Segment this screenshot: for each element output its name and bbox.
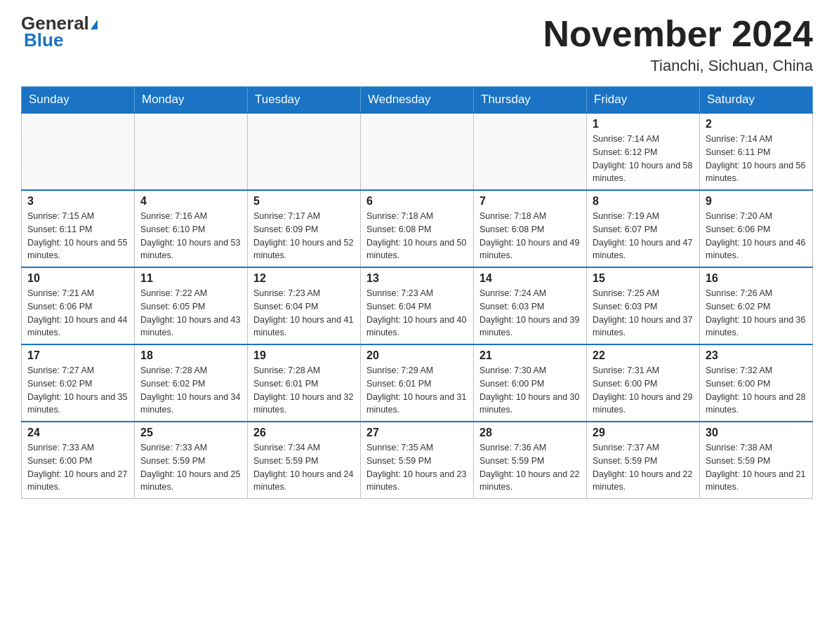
calendar-cell: 18Sunrise: 7:28 AMSunset: 6:02 PMDayligh… — [135, 344, 248, 422]
calendar-table: Sunday Monday Tuesday Wednesday Thursday… — [21, 86, 813, 499]
day-number: 18 — [140, 349, 241, 362]
calendar-cell: 24Sunrise: 7:33 AMSunset: 6:00 PMDayligh… — [22, 422, 135, 499]
calendar-cell: 19Sunrise: 7:28 AMSunset: 6:01 PMDayligh… — [248, 344, 361, 422]
day-number: 16 — [706, 272, 807, 285]
calendar-cell: 29Sunrise: 7:37 AMSunset: 5:59 PMDayligh… — [587, 422, 700, 499]
logo-line2: Blue — [21, 29, 63, 51]
week-row-4: 17Sunrise: 7:27 AMSunset: 6:02 PMDayligh… — [22, 344, 813, 422]
calendar-cell: 14Sunrise: 7:24 AMSunset: 6:03 PMDayligh… — [474, 267, 587, 344]
logo: General Blue — [21, 14, 98, 51]
day-info: Sunrise: 7:38 AMSunset: 5:59 PMDaylight:… — [706, 441, 807, 494]
day-number: 12 — [253, 272, 355, 285]
header-saturday: Saturday — [700, 87, 813, 114]
day-number: 28 — [479, 427, 581, 439]
day-number: 27 — [366, 427, 468, 439]
calendar-cell: 9Sunrise: 7:20 AMSunset: 6:06 PMDaylight… — [700, 190, 813, 267]
day-number: 19 — [253, 349, 355, 362]
day-info: Sunrise: 7:32 AMSunset: 6:00 PMDaylight:… — [706, 364, 807, 417]
day-number: 5 — [253, 195, 355, 208]
header-thursday: Thursday — [474, 87, 587, 114]
day-info: Sunrise: 7:33 AMSunset: 5:59 PMDaylight:… — [140, 441, 241, 494]
calendar-cell: 3Sunrise: 7:15 AMSunset: 6:11 PMDaylight… — [22, 190, 135, 267]
day-info: Sunrise: 7:33 AMSunset: 6:00 PMDaylight:… — [27, 441, 128, 494]
day-number: 14 — [479, 272, 581, 285]
day-number: 26 — [253, 427, 355, 439]
day-number: 29 — [593, 427, 694, 439]
calendar-cell: 12Sunrise: 7:23 AMSunset: 6:04 PMDayligh… — [248, 267, 361, 344]
day-info: Sunrise: 7:36 AMSunset: 5:59 PMDaylight:… — [479, 441, 581, 494]
calendar-cell: 16Sunrise: 7:26 AMSunset: 6:02 PMDayligh… — [700, 267, 813, 344]
day-number: 8 — [593, 195, 694, 208]
calendar-cell: 7Sunrise: 7:18 AMSunset: 6:08 PMDaylight… — [474, 190, 587, 267]
week-row-1: 1Sunrise: 7:14 AMSunset: 6:12 PMDaylight… — [22, 113, 813, 190]
calendar-cell: 15Sunrise: 7:25 AMSunset: 6:03 PMDayligh… — [587, 267, 700, 344]
header-monday: Monday — [135, 87, 248, 114]
calendar-cell — [248, 113, 361, 190]
calendar-cell: 22Sunrise: 7:31 AMSunset: 6:00 PMDayligh… — [587, 344, 700, 422]
day-info: Sunrise: 7:20 AMSunset: 6:06 PMDaylight:… — [706, 210, 807, 262]
day-number: 3 — [27, 195, 128, 208]
day-info: Sunrise: 7:26 AMSunset: 6:02 PMDaylight:… — [706, 287, 807, 340]
day-info: Sunrise: 7:16 AMSunset: 6:10 PMDaylight:… — [140, 210, 241, 262]
day-number: 23 — [706, 349, 807, 362]
day-info: Sunrise: 7:17 AMSunset: 6:09 PMDaylight:… — [253, 210, 355, 262]
calendar-cell — [22, 113, 135, 190]
day-number: 4 — [140, 195, 241, 208]
calendar-cell: 27Sunrise: 7:35 AMSunset: 5:59 PMDayligh… — [361, 422, 474, 499]
calendar-cell — [135, 113, 248, 190]
week-row-5: 24Sunrise: 7:33 AMSunset: 6:00 PMDayligh… — [22, 422, 813, 499]
calendar-cell: 13Sunrise: 7:23 AMSunset: 6:04 PMDayligh… — [361, 267, 474, 344]
day-info: Sunrise: 7:21 AMSunset: 6:06 PMDaylight:… — [27, 287, 128, 340]
header: General Blue November 2024 Tianchi, Sich… — [21, 14, 813, 75]
calendar-cell: 6Sunrise: 7:18 AMSunset: 6:08 PMDaylight… — [361, 190, 474, 267]
day-number: 24 — [27, 427, 128, 439]
day-info: Sunrise: 7:25 AMSunset: 6:03 PMDaylight:… — [593, 287, 694, 340]
day-number: 30 — [706, 427, 807, 439]
day-info: Sunrise: 7:31 AMSunset: 6:00 PMDaylight:… — [593, 364, 694, 417]
day-info: Sunrise: 7:34 AMSunset: 5:59 PMDaylight:… — [253, 441, 355, 494]
calendar-cell: 23Sunrise: 7:32 AMSunset: 6:00 PMDayligh… — [700, 344, 813, 422]
calendar-cell: 21Sunrise: 7:30 AMSunset: 6:00 PMDayligh… — [474, 344, 587, 422]
calendar-cell — [474, 113, 587, 190]
location: Tianchi, Sichuan, China — [543, 57, 813, 75]
day-number: 13 — [366, 272, 468, 285]
calendar-cell: 8Sunrise: 7:19 AMSunset: 6:07 PMDaylight… — [587, 190, 700, 267]
day-info: Sunrise: 7:28 AMSunset: 6:01 PMDaylight:… — [253, 364, 355, 417]
calendar-cell — [361, 113, 474, 190]
header-tuesday: Tuesday — [248, 87, 361, 114]
day-number: 17 — [27, 349, 128, 362]
day-number: 21 — [479, 349, 581, 362]
day-number: 6 — [366, 195, 468, 208]
calendar-cell: 10Sunrise: 7:21 AMSunset: 6:06 PMDayligh… — [22, 267, 135, 344]
day-info: Sunrise: 7:29 AMSunset: 6:01 PMDaylight:… — [366, 364, 468, 417]
calendar-cell: 25Sunrise: 7:33 AMSunset: 5:59 PMDayligh… — [135, 422, 248, 499]
header-wednesday: Wednesday — [361, 87, 474, 114]
header-sunday: Sunday — [22, 87, 135, 114]
day-number: 25 — [140, 427, 241, 439]
calendar-cell: 28Sunrise: 7:36 AMSunset: 5:59 PMDayligh… — [474, 422, 587, 499]
day-info: Sunrise: 7:14 AMSunset: 6:12 PMDaylight:… — [593, 133, 694, 185]
calendar-cell: 4Sunrise: 7:16 AMSunset: 6:10 PMDaylight… — [135, 190, 248, 267]
calendar-cell: 5Sunrise: 7:17 AMSunset: 6:09 PMDaylight… — [248, 190, 361, 267]
calendar-cell: 2Sunrise: 7:14 AMSunset: 6:11 PMDaylight… — [700, 113, 813, 190]
weekday-header-row: Sunday Monday Tuesday Wednesday Thursday… — [22, 87, 813, 114]
week-row-2: 3Sunrise: 7:15 AMSunset: 6:11 PMDaylight… — [22, 190, 813, 267]
day-info: Sunrise: 7:24 AMSunset: 6:03 PMDaylight:… — [479, 287, 581, 340]
month-title: November 2024 — [543, 14, 813, 54]
day-number: 2 — [706, 118, 807, 130]
calendar-cell: 30Sunrise: 7:38 AMSunset: 5:59 PMDayligh… — [700, 422, 813, 499]
day-number: 11 — [140, 272, 241, 285]
day-info: Sunrise: 7:28 AMSunset: 6:02 PMDaylight:… — [140, 364, 241, 417]
day-info: Sunrise: 7:30 AMSunset: 6:00 PMDaylight:… — [479, 364, 581, 417]
week-row-3: 10Sunrise: 7:21 AMSunset: 6:06 PMDayligh… — [22, 267, 813, 344]
day-info: Sunrise: 7:23 AMSunset: 6:04 PMDaylight:… — [366, 287, 468, 340]
calendar-cell: 17Sunrise: 7:27 AMSunset: 6:02 PMDayligh… — [22, 344, 135, 422]
day-number: 22 — [593, 349, 694, 362]
day-number: 9 — [706, 195, 807, 208]
calendar-cell: 26Sunrise: 7:34 AMSunset: 5:59 PMDayligh… — [248, 422, 361, 499]
day-info: Sunrise: 7:19 AMSunset: 6:07 PMDaylight:… — [593, 210, 694, 262]
header-friday: Friday — [587, 87, 700, 114]
day-info: Sunrise: 7:37 AMSunset: 5:59 PMDaylight:… — [593, 441, 694, 494]
calendar-cell: 1Sunrise: 7:14 AMSunset: 6:12 PMDaylight… — [587, 113, 700, 190]
day-info: Sunrise: 7:18 AMSunset: 6:08 PMDaylight:… — [479, 210, 581, 262]
